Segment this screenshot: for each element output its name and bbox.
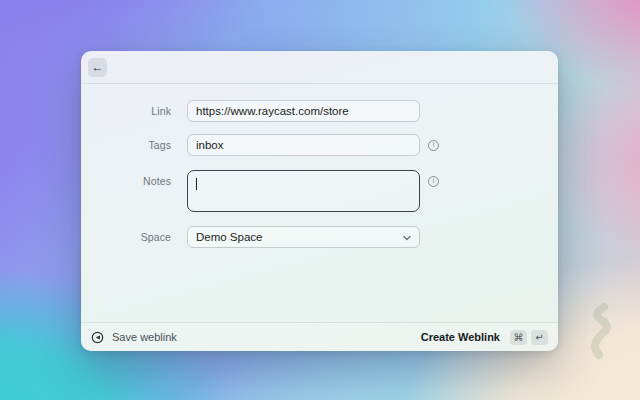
tags-label: Tags — [81, 134, 187, 156]
space-label: Space — [81, 226, 187, 248]
form-row-link: Link — [81, 100, 558, 122]
back-button[interactable]: ← — [88, 58, 107, 77]
form-row-space: Space Demo Space — [81, 226, 558, 248]
back-arrow-icon: ← — [92, 60, 104, 74]
chevron-down-icon — [403, 235, 411, 241]
form-row-notes: Notes i — [81, 170, 558, 212]
enter-key-badge: ↵ — [531, 330, 548, 345]
weblink-form: Link Tags i Notes i Space Demo Space — [81, 84, 558, 248]
form-row-tags: Tags i — [81, 134, 558, 156]
create-weblink-window: ← Link Tags i Notes i Space Demo Space — [81, 51, 558, 351]
space-select[interactable]: Demo Space — [187, 226, 420, 248]
text-caret — [196, 178, 197, 190]
save-weblink-label: Save weblink — [112, 331, 177, 343]
notes-textarea[interactable] — [187, 170, 420, 212]
wallpaper-squiggle-watermark — [584, 302, 618, 362]
link-input[interactable] — [187, 100, 420, 122]
tags-info-icon[interactable]: i — [428, 140, 439, 151]
window-header: ← — [81, 51, 558, 84]
circled-arrow-icon — [91, 331, 104, 344]
space-selected-value: Demo Space — [196, 231, 262, 243]
notes-label: Notes — [81, 170, 187, 192]
link-label: Link — [81, 100, 187, 122]
save-weblink-action[interactable]: Save weblink — [91, 331, 177, 344]
cmd-key-badge: ⌘ — [510, 330, 527, 345]
action-bar: Save weblink Create Weblink ⌘ ↵ — [81, 322, 558, 351]
tags-input[interactable] — [187, 134, 420, 156]
notes-info-icon[interactable]: i — [428, 176, 439, 187]
create-weblink-action[interactable]: Create Weblink ⌘ ↵ — [421, 330, 548, 345]
create-weblink-label: Create Weblink — [421, 331, 500, 343]
